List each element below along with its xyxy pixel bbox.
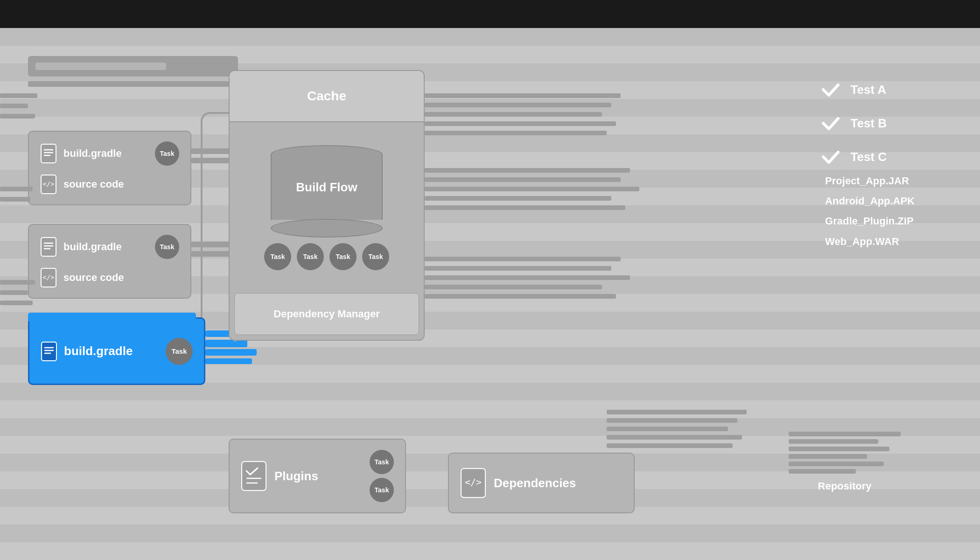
plugins-box: Plugins Task Task	[229, 439, 406, 513]
code-icon-2: </>	[40, 267, 57, 288]
main-area: build.gradle Task </> source code	[0, 28, 980, 560]
dependencies-label: Dependencies	[494, 476, 623, 490]
center-box: Cache Build Flow Task Task Task Task Dep…	[229, 70, 425, 341]
db-body: Build Flow	[271, 154, 383, 220]
gradle-file-row-3: build.gradle Task	[41, 338, 193, 365]
lb-2	[0, 104, 28, 108]
cr-line-2	[425, 103, 611, 107]
dep-manager-label: Dependency Manager	[273, 308, 379, 320]
center-right-connectors-mid	[425, 168, 639, 210]
top-bar	[0, 0, 980, 28]
test-label-a: Test A	[850, 83, 886, 97]
task-db-1: Task	[264, 243, 291, 270]
gradle-file-row-2: build.gradle Task	[40, 235, 179, 259]
center-right-connectors	[425, 93, 621, 135]
plugins-label: Plugins	[274, 469, 362, 483]
output-jar: Project_App.JAR	[825, 173, 915, 189]
lb3-1	[0, 280, 35, 285]
bottom-conn-2	[205, 350, 243, 356]
output-apk: Android_App.APK	[825, 193, 915, 209]
cr-line-1	[425, 93, 621, 98]
cache-label: Cache	[307, 89, 346, 104]
svg-rect-6	[41, 238, 56, 256]
header-bar	[28, 56, 238, 77]
crm-line-3	[425, 187, 639, 191]
rc-2	[607, 418, 737, 423]
crl-line-3	[425, 275, 630, 280]
svg-rect-12	[42, 342, 56, 361]
repo-conn-area	[607, 410, 747, 448]
header-bar-inner	[35, 63, 166, 70]
left-bg-lines3	[0, 280, 35, 305]
output-war: Web_App.WAR	[825, 233, 915, 250]
gradle-file-row-1: build.gradle Task	[40, 141, 179, 166]
crm-line-5	[425, 205, 625, 210]
db-cylinder-wrapper: Build Flow	[271, 145, 383, 238]
db-bottom	[271, 219, 383, 238]
center-right-connectors-low	[425, 257, 630, 299]
crl-line-2	[425, 266, 611, 271]
test-row-b: Test B	[820, 113, 887, 133]
lb-3	[0, 114, 35, 119]
bottom-conn-1	[205, 342, 247, 347]
plugin-task-1: Task	[370, 450, 394, 474]
code-icon-1: </>	[40, 174, 57, 195]
repo-label: Repository	[818, 480, 872, 492]
task-row-db: Task Task Task Task	[264, 243, 389, 270]
cr-line-3	[425, 112, 602, 117]
rc-4	[607, 435, 742, 440]
rc-1	[607, 410, 747, 414]
gradle-box-3-active: build.gradle Task	[28, 317, 205, 385]
cr-line-5	[425, 131, 607, 135]
task-badge-3: Task	[166, 338, 193, 365]
source-label-1: source code	[63, 178, 179, 190]
svg-text:</>: </>	[42, 273, 54, 281]
cache-box: Cache	[230, 71, 424, 122]
task-db-4: Task	[362, 243, 389, 270]
stripe-15	[0, 525, 980, 542]
left-bg-lines	[0, 93, 37, 119]
crm-line-2	[425, 177, 621, 182]
svg-text:</>: </>	[465, 476, 482, 488]
repo-line-3	[789, 447, 889, 451]
gradle-label-1: build.gradle	[63, 147, 148, 160]
document-icon-2	[40, 237, 57, 257]
check-icon-c	[820, 147, 841, 167]
document-icon-3	[41, 341, 57, 362]
crm-line-1	[425, 168, 630, 173]
repo-lines	[789, 432, 901, 474]
source-file-row-1: </> source code	[40, 174, 179, 195]
lb2-2	[0, 197, 30, 202]
gradle-label-3: build.gradle	[64, 344, 159, 358]
repo-line-1	[789, 432, 901, 436]
stripe-11	[0, 383, 980, 400]
test-row-c: Test C	[820, 147, 887, 167]
svg-rect-0	[41, 144, 56, 163]
deps-icon: </>	[460, 468, 486, 498]
svg-rect-16	[242, 462, 266, 490]
source-file-row-2: </> source code	[40, 267, 179, 288]
check-icon-b	[820, 113, 841, 133]
left-bg-lines2	[0, 187, 33, 202]
gradle-box-1: build.gradle Task </> source code	[28, 131, 191, 205]
stripe-1	[0, 28, 980, 46]
svg-text:</>: </>	[42, 180, 54, 188]
lb3-3	[0, 301, 33, 305]
test-row-a: Test A	[820, 79, 887, 100]
task-db-2: Task	[297, 243, 324, 270]
repository-area: Repository	[756, 420, 933, 504]
gradle-label-2: build.gradle	[63, 241, 148, 253]
crl-line-5	[425, 294, 616, 299]
repo-line-6	[789, 469, 856, 474]
cr-line-4	[425, 121, 616, 126]
plugins-icon	[241, 461, 267, 491]
dep-manager-box: Dependency Manager	[234, 293, 419, 335]
plugin-task-2: Task	[370, 478, 394, 502]
gradle-box-2: build.gradle Task </> source code	[28, 224, 191, 299]
task-badge-1: Task	[155, 141, 179, 166]
lb-1	[0, 93, 37, 98]
source-label-2: source code	[63, 272, 179, 284]
lb2-1	[0, 187, 33, 191]
repo-line-4	[789, 454, 867, 459]
bottom-conn-3	[205, 358, 252, 364]
